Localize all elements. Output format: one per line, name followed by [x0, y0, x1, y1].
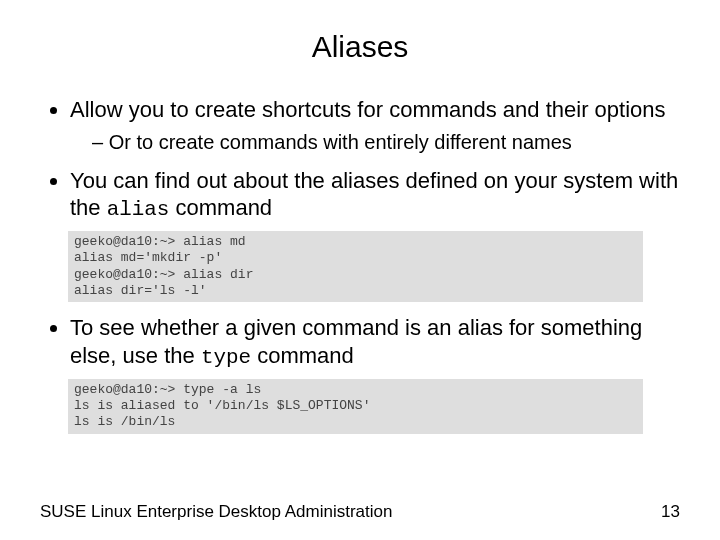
bullet-text-pre: To see whether a given command is an ali…: [70, 315, 642, 368]
slide: Aliases Allow you to create shortcuts fo…: [0, 0, 720, 540]
inline-code-alias: alias: [107, 198, 170, 221]
sub-bullet-item: Or to create commands with entirely diff…: [92, 130, 680, 155]
slide-footer: SUSE Linux Enterprise Desktop Administra…: [40, 502, 680, 522]
bullet-text: Allow you to create shortcuts for comman…: [70, 97, 666, 122]
sub-bullet-text: Or to create commands with entirely diff…: [109, 131, 572, 153]
bullet-text-post: command: [169, 195, 272, 220]
inline-code-type: type: [201, 346, 251, 369]
bullet-text-post: command: [251, 343, 354, 368]
bullet-item-3: To see whether a given command is an ali…: [70, 314, 680, 371]
page-number: 13: [661, 502, 680, 522]
footer-left: SUSE Linux Enterprise Desktop Administra…: [40, 502, 392, 522]
bullet-list: Allow you to create shortcuts for comman…: [40, 96, 680, 223]
bullet-item-2: You can find out about the aliases defin…: [70, 167, 680, 224]
terminal-output-2: geeko@da10:~> type -a ls ls is aliased t…: [68, 379, 643, 434]
slide-title: Aliases: [0, 0, 720, 74]
slide-content: Allow you to create shortcuts for comman…: [0, 74, 720, 434]
sub-bullet-list: Or to create commands with entirely diff…: [70, 130, 680, 155]
terminal-output-1: geeko@da10:~> alias md alias md='mkdir -…: [68, 231, 643, 302]
bullet-item-1: Allow you to create shortcuts for comman…: [70, 96, 680, 155]
bullet-list-2: To see whether a given command is an ali…: [40, 314, 680, 371]
